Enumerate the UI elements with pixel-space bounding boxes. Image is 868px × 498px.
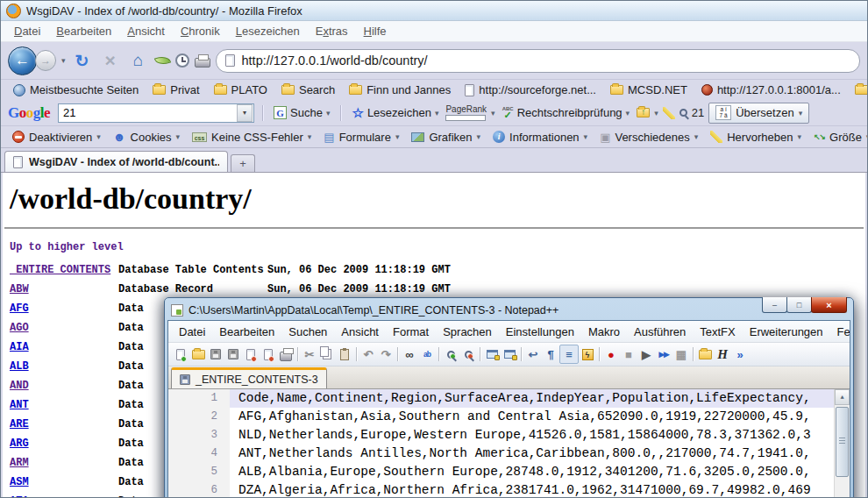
new-tab-button[interactable]: + (231, 154, 255, 172)
print-icon[interactable] (277, 345, 295, 363)
up-to-higher-level-link[interactable]: Up to higher level (10, 241, 124, 253)
dropdown-caret-icon[interactable]: ▾ (797, 132, 801, 141)
listing-link-alb[interactable]: ALB (10, 360, 118, 373)
user-define-dialog-icon[interactable]: ϟ (579, 345, 596, 363)
bookmark-http-127-0-0-1-8001-a[interactable]: http://127.0.0.1:8001/a... (694, 83, 848, 96)
save-all-icon[interactable] (224, 345, 242, 363)
print-button[interactable] (195, 58, 210, 68)
editor-area[interactable]: 1Code,Name,Continent,Region,SurfaceArea,… (168, 389, 850, 498)
record-macro-icon[interactable]: ● (602, 345, 620, 363)
history-clock-icon[interactable] (175, 53, 189, 68)
stop-macro-icon[interactable]: ■ (620, 345, 637, 363)
bookmark-meistbesuchte-seiten[interactable]: Meistbesuchte Seiten (6, 83, 146, 96)
active-tab[interactable]: WsgiDAV - Index of /world-db/count... (4, 151, 228, 172)
cut-icon[interactable]: ✂ (301, 345, 318, 363)
dropdown-caret-icon[interactable]: ▾ (176, 132, 181, 141)
word-wrap-icon[interactable]: ↩ (524, 345, 542, 363)
maximize-button[interactable]: □ (786, 297, 812, 313)
dropdown-caret-icon[interactable]: ▾ (308, 132, 312, 141)
npp-menu-item-textfx[interactable]: TextFX (693, 325, 742, 338)
listing-link-arg[interactable]: ARG (10, 438, 118, 450)
npp-menu-item-fenster[interactable]: Fenster (830, 325, 850, 338)
replace-icon[interactable]: ab (418, 345, 436, 363)
dropdown-caret-icon[interactable]: ▾ (395, 132, 400, 141)
leaf-extension-icon[interactable] (153, 54, 170, 68)
bookmark-tree-samples[interactable]: Tree Samples (848, 83, 868, 96)
webdev-keine-css-fehler[interactable]: cssKeine CSS-Fehler▾ (186, 131, 317, 144)
listing-link-ago[interactable]: AGO (10, 322, 118, 334)
dropdown-caret-icon[interactable]: ▾ (435, 109, 439, 117)
open-containing-folder-icon[interactable] (696, 345, 714, 363)
send-to-folder-icon[interactable]: ↑ (637, 108, 650, 117)
bookmark-search[interactable]: Search (274, 83, 342, 96)
menu-item-bearbeiten[interactable]: Bearbeiten (48, 23, 119, 39)
menu-item-chronik[interactable]: Chronik (173, 23, 228, 39)
forward-button[interactable]: → (35, 50, 56, 71)
dropdown-caret-icon[interactable]: ▾ (626, 109, 630, 117)
sync-horizontal-icon[interactable] (501, 345, 518, 363)
indent-guide-icon[interactable]: ≡ (559, 345, 579, 364)
dropdown-caret-icon[interactable]: ▾ (96, 132, 101, 141)
listing-link-asm[interactable]: ASM (10, 476, 118, 488)
url-text[interactable]: http://127.0.0.1/world-db/country/ (242, 53, 428, 68)
close-button[interactable]: × (811, 297, 847, 313)
webdev-hervorheben[interactable]: Hervorheben▾ (704, 131, 808, 144)
menu-item-datei[interactable]: Datei (6, 23, 48, 39)
dropdown-caret-icon[interactable]: ▾ (326, 109, 331, 117)
listing-link-arm[interactable]: ARM (10, 457, 118, 469)
bookmark-privat[interactable]: Privat (146, 83, 206, 96)
bookmark-mcsd-net[interactable]: MCSD.NET (603, 83, 694, 96)
back-button[interactable]: ← (8, 46, 37, 75)
show-all-characters-icon[interactable]: ¶ (542, 345, 559, 363)
notepadpp-window[interactable]: C:\Users\Martin\AppData\Local\Temp\_ENTI… (164, 297, 854, 498)
npp-menu-item-suchen[interactable]: Suchen (281, 325, 334, 338)
npp-menu-item-ausf-hren[interactable]: Ausführen (627, 325, 693, 338)
history-dropdown-icon[interactable]: ▾ (61, 56, 66, 65)
dropdown-caret-icon[interactable]: ▾ (799, 109, 803, 117)
url-bar[interactable]: http://127.0.0.1/world-db/country/ (216, 49, 860, 73)
firefox-titlebar[interactable]: WsgiDAV - Index of /world-db/country/ - … (1, 1, 867, 21)
scroll-up-icon[interactable]: ▲ (835, 389, 850, 405)
dropdown-caret-icon[interactable]: ▾ (491, 109, 495, 117)
save-macro-icon[interactable]: ▦ (672, 345, 690, 363)
google-bookmarks-button[interactable]: ☆ Lesezeichen ▾ (349, 106, 441, 119)
view-html-icon[interactable]: H (714, 345, 731, 363)
google-search-combo[interactable]: ▾ (58, 103, 254, 123)
sync-vertical-icon[interactable] (483, 345, 501, 363)
play-macro-icon[interactable]: ▶ (637, 345, 655, 363)
dropdown-caret-icon[interactable]: ▾ (654, 109, 658, 117)
dropdown-caret-icon[interactable]: ▾ (694, 132, 699, 141)
close-all-icon[interactable] (260, 345, 277, 363)
save-icon[interactable] (207, 345, 224, 363)
find-icon[interactable]: ∞ (401, 345, 418, 363)
dropdown-caret-icon[interactable]: ▾ (477, 132, 481, 141)
npp-menu-item-bearbeiten[interactable]: Bearbeiten (212, 325, 281, 338)
webdev-formulare[interactable]: ▤Formulare▾ (317, 131, 405, 144)
pagerank-indicator[interactable]: PageRank (445, 105, 487, 121)
open-file-icon[interactable] (189, 345, 207, 363)
webdev-informationen[interactable]: iInformationen▾ (487, 131, 594, 144)
notepadpp-titlebar[interactable]: C:\Users\Martin\AppData\Local\Temp\_ENTI… (167, 301, 850, 320)
webdev-deaktivieren[interactable]: Deaktivieren▾ (6, 131, 107, 144)
bookmark-plato[interactable]: PLATO (207, 83, 274, 96)
bookmark-http-sourceforge-net[interactable]: http://sourceforge.net... (458, 83, 603, 96)
npp-menu-item-format[interactable]: Format (386, 325, 436, 338)
run-macro-multiple-icon[interactable]: ▶▶ (655, 345, 672, 363)
listing-link-abw[interactable]: ABW (10, 283, 118, 295)
webdev-grafiken[interactable]: Grafiken▾ (405, 131, 487, 144)
document-tab[interactable]: _ENTIRE_CONTENTS-3 (171, 367, 327, 388)
undo-icon[interactable]: ↶ (359, 345, 377, 363)
listing-link-aia[interactable]: AIA (10, 341, 118, 353)
home-button[interactable]: ⌂ (127, 51, 150, 70)
npp-menu-item-makro[interactable]: Makro (581, 325, 627, 338)
toolbar-overflow-icon[interactable]: » (731, 345, 749, 363)
copy-icon[interactable] (318, 345, 336, 363)
bookmark-finn-und-jannes[interactable]: Finn und Jannes (342, 83, 458, 96)
npp-menu-item-erweiterungen[interactable]: Erweiterungen (743, 325, 830, 338)
scrollbar-thumb[interactable] (836, 407, 849, 477)
paste-icon[interactable] (336, 345, 353, 363)
listing-link-are[interactable]: ARE (10, 418, 118, 430)
close-file-icon[interactable] (242, 345, 260, 363)
menu-item-hilfe[interactable]: Hilfe (356, 23, 395, 39)
reload-button[interactable]: ↻ (71, 51, 94, 71)
